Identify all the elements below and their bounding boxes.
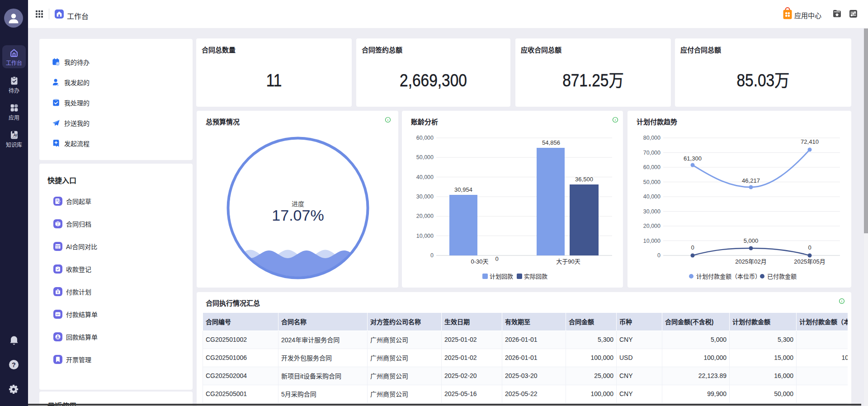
svg-text:40,000: 40,000 [643,194,660,200]
svg-text:¥: ¥ [57,291,59,294]
svg-text:2025年02月: 2025年02月 [735,258,766,265]
svg-text:0: 0 [430,252,434,259]
svg-text:54,856: 54,856 [542,139,560,146]
svg-text:10,000: 10,000 [416,233,434,239]
svg-text:5,000: 5,000 [744,237,759,244]
svg-text:72,410: 72,410 [801,138,819,145]
svg-text:0: 0 [657,252,660,259]
svg-text:?: ? [12,361,16,368]
svg-text:i: i [841,299,842,303]
svg-text:20,000: 20,000 [643,223,660,229]
svg-text:计划付款金额（本位币）: 计划付款金额（本位币） [696,273,761,280]
svg-text:36,500: 36,500 [575,176,593,183]
svg-text:50,000: 50,000 [416,154,434,161]
svg-text:已付款金额: 已付款金额 [767,273,797,280]
svg-text:0: 0 [691,244,694,251]
svg-text:计划回款: 计划回款 [490,273,513,280]
svg-text:17.07%: 17.07% [272,207,324,224]
svg-text:30,000: 30,000 [416,194,434,200]
svg-text:70,000: 70,000 [643,150,660,156]
svg-text:50,000: 50,000 [643,179,660,185]
svg-text:10,000: 10,000 [643,238,660,244]
svg-text:20,000: 20,000 [416,213,434,219]
svg-text:实际回款: 实际回款 [524,273,547,280]
svg-text:i: i [387,118,388,122]
svg-text:AI: AI [13,133,17,137]
svg-text:i: i [615,118,616,122]
svg-text:大于90天: 大于90天 [556,258,580,265]
svg-text:30,954: 30,954 [454,186,472,193]
svg-text:46,217: 46,217 [742,177,760,184]
svg-text:0: 0 [495,255,498,262]
svg-text:0-30天: 0-30天 [471,258,488,265]
svg-text:40,000: 40,000 [416,174,434,180]
svg-text:61,300: 61,300 [684,155,702,162]
svg-text:0: 0 [808,244,811,251]
svg-text:80,000: 80,000 [643,135,660,141]
svg-text:2025年05月: 2025年05月 [794,258,825,265]
svg-text:60,000: 60,000 [416,135,434,141]
svg-text:60,000: 60,000 [643,164,660,170]
svg-text:30,000: 30,000 [643,208,660,215]
